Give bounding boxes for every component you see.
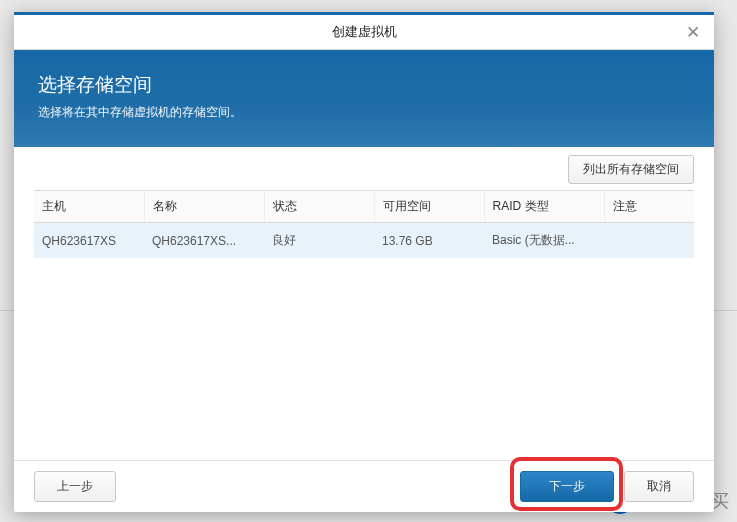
- cell-host: QH623617XS: [34, 223, 144, 259]
- table-row[interactable]: QH623617XS QH623617XS... 良好 13.76 GB Bas…: [34, 223, 694, 259]
- close-icon[interactable]: ✕: [682, 22, 704, 43]
- col-header-note[interactable]: 注意: [604, 191, 694, 223]
- dialog-title: 创建虚拟机: [332, 23, 397, 41]
- toolbar: 列出所有存储空间: [14, 147, 714, 190]
- cell-note: [604, 223, 694, 259]
- storage-table-wrap: 主机 名称 状态 可用空间 RAID 类型 注意 QH623617XS QH62…: [14, 190, 714, 460]
- dialog-footer: 上一步 下一步 取消: [14, 460, 714, 512]
- banner-subtitle: 选择将在其中存储虚拟机的存储空间。: [38, 104, 690, 121]
- col-header-raid[interactable]: RAID 类型: [484, 191, 604, 223]
- cell-status: 良好: [264, 223, 374, 259]
- cell-raid: Basic (无数据...: [484, 223, 604, 259]
- dialog-titlebar: 创建虚拟机 ✕: [14, 12, 714, 50]
- storage-table: 主机 名称 状态 可用空间 RAID 类型 注意 QH623617XS QH62…: [34, 190, 694, 258]
- cancel-button[interactable]: 取消: [624, 471, 694, 502]
- footer-right-group: 下一步 取消: [520, 471, 694, 502]
- create-vm-dialog: 创建虚拟机 ✕ 选择存储空间 选择将在其中存储虚拟机的存储空间。 列出所有存储空…: [14, 12, 714, 512]
- banner: 选择存储空间 选择将在其中存储虚拟机的存储空间。: [14, 50, 714, 147]
- table-header-row: 主机 名称 状态 可用空间 RAID 类型 注意: [34, 191, 694, 223]
- banner-heading: 选择存储空间: [38, 72, 690, 98]
- col-header-status[interactable]: 状态: [264, 191, 374, 223]
- cell-space: 13.76 GB: [374, 223, 484, 259]
- back-button[interactable]: 上一步: [34, 471, 116, 502]
- cell-name: QH623617XS...: [144, 223, 264, 259]
- col-header-space[interactable]: 可用空间: [374, 191, 484, 223]
- next-button[interactable]: 下一步: [520, 471, 614, 502]
- col-header-name[interactable]: 名称: [144, 191, 264, 223]
- next-button-wrap: 下一步: [520, 471, 614, 502]
- col-header-host[interactable]: 主机: [34, 191, 144, 223]
- list-all-storage-button[interactable]: 列出所有存储空间: [568, 155, 694, 184]
